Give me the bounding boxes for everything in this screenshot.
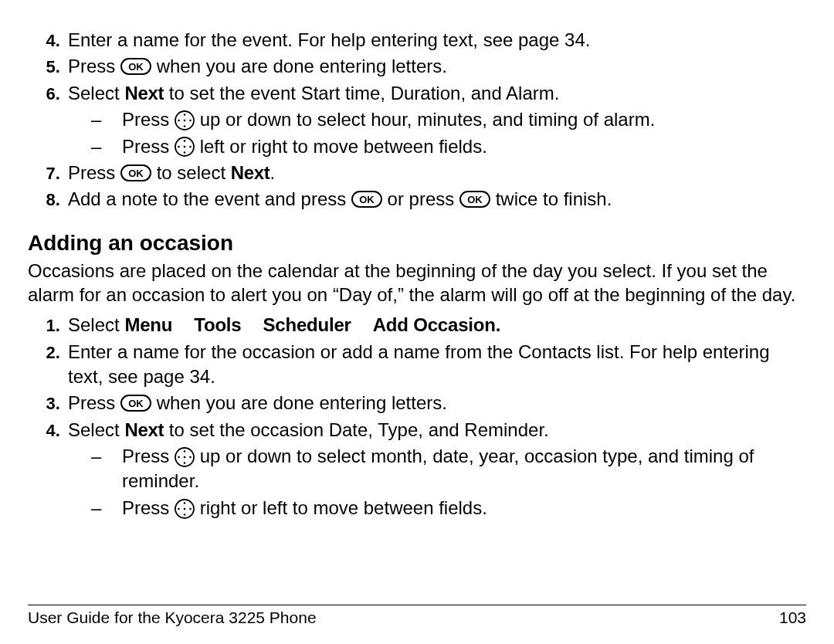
footer-page-number: 103 — [779, 608, 806, 627]
ordered-list-occasion: Select MenuToolsSchedulerAdd Occasion.En… — [28, 313, 806, 520]
svg-point-32 — [189, 507, 192, 510]
svg-text:OK: OK — [128, 61, 144, 73]
ok-key-icon: OK — [120, 58, 151, 75]
ok-key-icon: OK — [459, 191, 490, 208]
svg-rect-7 — [184, 120, 185, 121]
sublist: Press up or down to select hour, minutes… — [68, 107, 806, 159]
svg-rect-27 — [184, 456, 185, 458]
svg-rect-33 — [184, 507, 185, 509]
svg-point-12 — [189, 146, 192, 148]
menu-path-segment: Tools — [194, 314, 241, 335]
svg-rect-13 — [184, 146, 185, 147]
list-item: Press OK when you are done entering lett… — [65, 54, 806, 79]
list-item: Enter a name for the event. For help ent… — [65, 28, 806, 53]
svg-text:OK: OK — [128, 398, 144, 409]
svg-text:OK: OK — [359, 194, 375, 205]
ok-key-icon: OK — [120, 395, 151, 412]
page: Enter a name for the event. For help ent… — [0, 0, 834, 644]
menu-path-segment: Scheduler — [263, 314, 351, 335]
svg-point-30 — [184, 514, 186, 516]
svg-point-4 — [184, 125, 186, 127]
svg-text:OK: OK — [128, 168, 144, 179]
nav-key-icon — [175, 499, 195, 519]
menu-path-segment: Menu — [124, 314, 172, 335]
paragraph-occasion-intro: Occasions are placed on the calendar at … — [28, 259, 806, 307]
list-item: Select Next to set the event Start time,… — [65, 81, 806, 159]
svg-point-3 — [184, 114, 186, 116]
list-item: Enter a name for the occasion or add a n… — [65, 340, 806, 390]
ok-key-icon: OK — [120, 164, 151, 181]
nav-key-icon — [175, 137, 195, 157]
sublist-item: Press up or down to select month, date, … — [91, 444, 806, 494]
list-item: Select MenuToolsSchedulerAdd Occasion. — [65, 313, 806, 337]
nav-key-icon — [175, 110, 195, 130]
svg-point-29 — [184, 502, 186, 504]
sublist: Press up or down to select month, date, … — [68, 444, 806, 520]
list-item: Add a note to the event and press OK or … — [65, 187, 806, 212]
svg-point-9 — [184, 140, 186, 142]
list-item: Press OK when you are done entering lett… — [65, 391, 806, 415]
sublist-item: Press left or right to move between fiel… — [91, 134, 806, 159]
svg-point-23 — [184, 450, 186, 452]
svg-point-6 — [189, 120, 192, 122]
ordered-list-events: Enter a name for the event. For help ent… — [28, 28, 806, 212]
list-item: Press OK to select Next. — [65, 161, 806, 185]
svg-point-31 — [178, 507, 180, 510]
nav-key-icon — [175, 447, 195, 467]
svg-point-5 — [178, 120, 180, 122]
sublist-item: Press up or down to select hour, minutes… — [91, 107, 806, 132]
svg-text:OK: OK — [467, 194, 483, 205]
ok-key-icon: OK — [351, 191, 382, 208]
footer-title: User Guide for the Kyocera 3225 Phone — [28, 608, 317, 627]
sublist-item: Press right or left to move between fiel… — [91, 496, 806, 520]
svg-point-10 — [184, 151, 186, 154]
heading-adding-occasion: Adding an occasion — [28, 231, 806, 256]
svg-point-11 — [178, 146, 180, 148]
svg-point-24 — [184, 462, 186, 464]
menu-path-segment: Add Occasion. — [373, 314, 500, 335]
page-footer: User Guide for the Kyocera 3225 Phone 10… — [28, 605, 806, 627]
svg-point-26 — [189, 456, 192, 458]
menu-path: MenuToolsSchedulerAdd Occasion. — [124, 314, 500, 335]
list-item: Select Next to set the occasion Date, Ty… — [65, 418, 806, 521]
svg-point-25 — [178, 456, 180, 458]
